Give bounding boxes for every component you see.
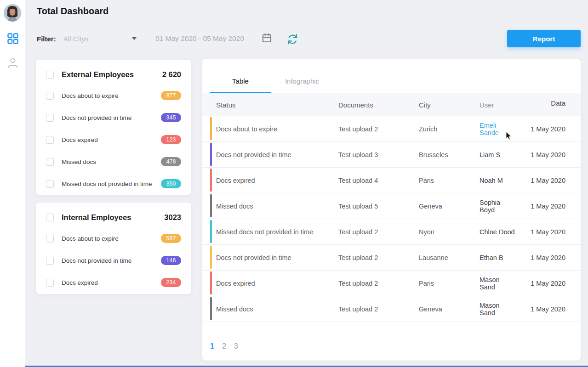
cell-status: Docs expired bbox=[216, 177, 338, 184]
cell-documents: Test upload 2 bbox=[338, 305, 419, 313]
table-row[interactable]: Docs not provided in timeTest upload 3Br… bbox=[202, 142, 581, 168]
refresh-icon[interactable] bbox=[285, 32, 299, 46]
calendar-icon[interactable] bbox=[262, 33, 272, 45]
summary-item-label: Missed docs not provided in time bbox=[62, 181, 161, 187]
date-range-value: 01 May 2020 - 05 May 2020 bbox=[155, 34, 244, 43]
pagination: 123 bbox=[202, 322, 581, 350]
city-filter-value: All Citys bbox=[63, 35, 88, 43]
cell-documents: Test upload 2 bbox=[338, 254, 419, 261]
item-checkbox[interactable] bbox=[46, 257, 54, 265]
table-row[interactable]: Docs expiredTest upload 2ParisMason Sand… bbox=[202, 271, 581, 296]
item-checkbox[interactable] bbox=[46, 158, 54, 166]
row-status-accent bbox=[210, 271, 212, 294]
cell-documents: Test upload 2 bbox=[338, 228, 419, 236]
summary-item: Docs expired123 bbox=[46, 133, 181, 146]
row-status-accent bbox=[210, 143, 212, 166]
cell-date: 1 May 2020 bbox=[515, 151, 565, 158]
page-number-2[interactable]: 2 bbox=[222, 342, 226, 350]
item-checkbox[interactable] bbox=[46, 92, 54, 100]
tab-table[interactable]: Table bbox=[210, 77, 271, 93]
mouse-arrow-cursor bbox=[506, 131, 514, 142]
row-status-accent bbox=[210, 297, 212, 320]
left-sidebar bbox=[0, 0, 25, 367]
date-range-input[interactable]: 01 May 2020 - 05 May 2020 bbox=[155, 31, 272, 46]
table-row[interactable]: Missed docsTest upload 5GenevaSophia Boy… bbox=[202, 193, 581, 219]
cell-city: Geneva bbox=[419, 203, 480, 210]
cell-date: 1 May 2020 bbox=[515, 305, 565, 313]
table-row[interactable]: Docs expiredTest upload 4ParisNoah M1 Ma… bbox=[202, 168, 581, 193]
cell-user: Liam S bbox=[480, 151, 515, 158]
filter-label: Filter: bbox=[37, 35, 56, 43]
summary-item: Docs about to expire567 bbox=[46, 232, 181, 245]
summary-item-label: Docs expired bbox=[62, 136, 161, 143]
summary-item: Missed docs478 bbox=[46, 155, 181, 168]
summary-item-label: Docs about to expire bbox=[62, 235, 161, 242]
count-badge: 877 bbox=[161, 91, 181, 100]
page-number-1[interactable]: 1 bbox=[210, 342, 214, 350]
cell-documents: Test upload 3 bbox=[338, 151, 419, 158]
count-badge: 345 bbox=[161, 113, 181, 122]
cell-city: Zurich bbox=[419, 125, 480, 133]
item-checkbox[interactable] bbox=[46, 279, 54, 287]
cell-date: 1 May 2020 bbox=[515, 125, 565, 133]
card-title: Internal Employees bbox=[62, 213, 164, 222]
row-status-accent bbox=[210, 246, 212, 269]
cell-documents: Test upload 5 bbox=[338, 203, 419, 210]
card-checkbox[interactable] bbox=[46, 71, 54, 79]
cell-documents: Test upload 2 bbox=[338, 125, 419, 133]
summary-item-label: Docs not provided in time bbox=[62, 114, 161, 121]
column-header-data: Data bbox=[515, 99, 565, 107]
tab-infographic[interactable]: Infographic bbox=[271, 77, 333, 93]
card-checkbox[interactable] bbox=[46, 214, 54, 221]
table-row[interactable]: Docs about to expireTest upload 2ZurichE… bbox=[202, 116, 581, 142]
table-panel: Table Infographic Status Documents City … bbox=[202, 59, 581, 361]
column-header-city: City bbox=[419, 101, 480, 109]
row-status-accent bbox=[210, 169, 212, 192]
cell-status: Docs expired bbox=[216, 280, 338, 287]
page-title: Total Dashboard bbox=[37, 6, 108, 17]
column-header-user: User bbox=[480, 101, 515, 109]
count-badge: 478 bbox=[161, 157, 181, 166]
user-avatar[interactable] bbox=[4, 4, 21, 22]
user-outline-icon[interactable] bbox=[7, 57, 19, 69]
table-row[interactable]: Missed docs not provided in timeTest upl… bbox=[202, 219, 581, 245]
city-filter-select[interactable]: All Citys bbox=[63, 31, 140, 46]
cell-city: Nyon bbox=[419, 228, 480, 236]
cell-city: Geneva bbox=[419, 305, 480, 313]
count-badge: 123 bbox=[161, 135, 181, 144]
internal-employees-card: Internal Employees 3023 Docs about to ex… bbox=[36, 203, 191, 294]
dashboard-app: Total Dashboard Filter: All Citys 01 May… bbox=[0, 0, 588, 367]
cell-status: Docs about to expire bbox=[216, 125, 338, 133]
cell-date: 1 May 2020 bbox=[515, 203, 565, 210]
cell-date: 1 May 2020 bbox=[515, 280, 565, 287]
card-header: Internal Employees 3023 bbox=[46, 211, 181, 224]
card-total: 2 620 bbox=[162, 70, 181, 79]
count-badge: 350 bbox=[161, 179, 181, 188]
table-body: Docs about to expireTest upload 2ZurichE… bbox=[202, 116, 581, 322]
item-checkbox[interactable] bbox=[46, 180, 54, 188]
item-checkbox[interactable] bbox=[46, 235, 54, 243]
summary-item: Missed docs not provided in time350 bbox=[46, 177, 181, 190]
summary-item-label: Missed docs bbox=[62, 158, 161, 165]
summary-item: Docs not provided in time146 bbox=[46, 254, 181, 267]
row-status-accent bbox=[210, 117, 212, 140]
cell-user: Mason Sand bbox=[480, 276, 515, 291]
cell-user: Ethan B bbox=[480, 254, 515, 261]
tab-bar: Table Infographic bbox=[202, 59, 581, 93]
item-checkbox[interactable] bbox=[46, 136, 54, 144]
cell-city: Paris bbox=[419, 177, 480, 184]
dashboard-grid-icon[interactable] bbox=[7, 33, 19, 45]
table-row[interactable]: Missed docsTest upload 2GenevaMason Sand… bbox=[202, 296, 581, 322]
report-button[interactable]: Report bbox=[507, 30, 581, 47]
card-header: External Employees 2 620 bbox=[46, 68, 181, 81]
cell-city: Lausanne bbox=[419, 254, 480, 261]
page-number-3[interactable]: 3 bbox=[234, 342, 238, 350]
cell-user: Noah M bbox=[480, 177, 515, 184]
summary-item: Docs expired234 bbox=[46, 276, 181, 289]
item-checkbox[interactable] bbox=[46, 114, 54, 122]
count-badge: 234 bbox=[161, 278, 181, 287]
table-row[interactable]: Docs not provided in timeTest upload 2La… bbox=[202, 245, 581, 271]
avatar-image bbox=[4, 4, 21, 22]
cell-documents: Test upload 4 bbox=[338, 177, 419, 184]
column-header-documents: Documents bbox=[338, 101, 419, 109]
